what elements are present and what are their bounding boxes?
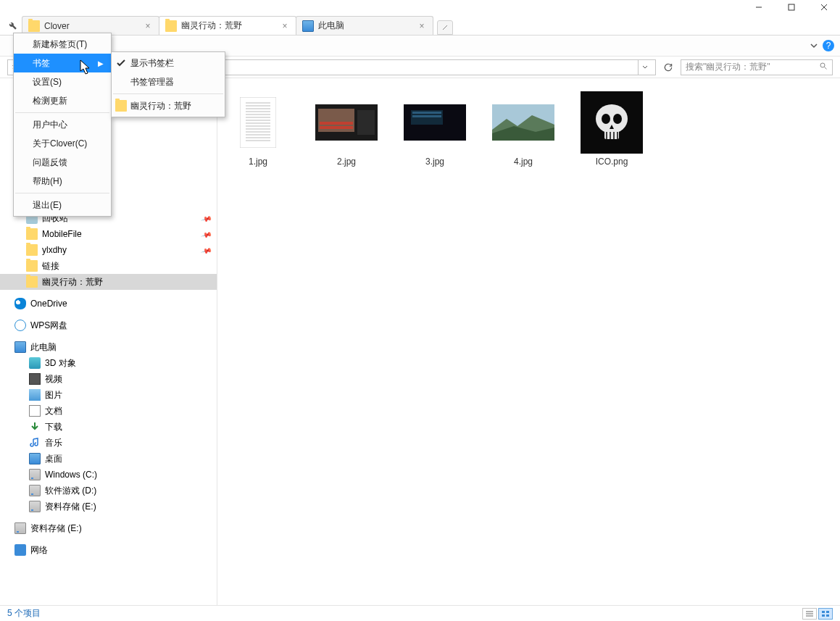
folder-icon — [28, 20, 40, 32]
tree-item-label: 软件游戏 (D:) — [45, 485, 96, 497]
video-icon — [29, 373, 41, 385]
menu-item-label: 新建标签页(T) — [33, 38, 87, 51]
tab-close-button[interactable]: × — [280, 21, 290, 31]
maximize-button[interactable] — [775, 0, 807, 14]
menu-item[interactable]: 问题反馈 — [14, 153, 111, 172]
menu-item[interactable]: 用户中心 — [14, 115, 111, 134]
menu-item-label: 显示书签栏 — [130, 57, 174, 70]
tab-label: Clover — [44, 21, 143, 31]
tree-item-label: 链接 — [42, 260, 59, 272]
new-tab-button[interactable] — [437, 20, 453, 35]
tab-ghost-recon[interactable]: 幽灵行动：荒野 × — [159, 16, 296, 35]
svg-rect-47 — [826, 611, 829, 613]
tree-item-label: MobileFile — [42, 229, 82, 239]
chevron-right-icon: ▶ — [98, 59, 104, 67]
file-item[interactable]: 4.jpg — [490, 91, 557, 167]
svg-rect-24 — [320, 126, 353, 129]
menu-item[interactable]: 检测更新 — [14, 91, 111, 110]
tree-item-label: 网络 — [30, 544, 48, 557]
svg-point-37 — [613, 114, 622, 124]
tree-item[interactable]: WPS网盘 — [0, 317, 217, 333]
tab-close-button[interactable]: × — [143, 21, 153, 31]
file-thumbnail — [315, 91, 378, 154]
file-item[interactable]: ICO.png — [578, 91, 645, 167]
tree-item[interactable]: Windows (C:) — [0, 467, 217, 483]
tree-item-label: 音乐 — [45, 437, 62, 449]
file-name: 2.jpg — [337, 157, 356, 167]
tree-item[interactable]: 链接 — [0, 258, 217, 274]
menu-item[interactable]: 关于Clover(C) — [14, 134, 111, 153]
tree-item[interactable]: 幽灵行动：荒野 — [0, 274, 217, 290]
folder-icon — [26, 260, 38, 272]
tree-item-label: WPS网盘 — [30, 320, 67, 332]
file-name: ICO.png — [596, 157, 628, 167]
tree-item[interactable]: 桌面 — [0, 451, 217, 467]
tab-this-pc[interactable]: 此电脑 × — [296, 16, 433, 35]
tree-item[interactable]: 资料存储 (E:) — [0, 499, 217, 514]
menu-item[interactable]: 退出(E) — [14, 196, 111, 214]
menu-item[interactable]: 幽灵行动：荒野 — [112, 96, 225, 115]
monitor-icon — [302, 20, 314, 32]
pin-icon: 📌 — [201, 244, 212, 256]
file-item[interactable]: 1.jpg — [225, 91, 291, 167]
file-list[interactable]: 1.jpg2.jpg3.jpg4.jpgICO.png — [217, 78, 840, 605]
menu-item-label: 帮助(H) — [33, 175, 62, 188]
desktop-icon — [29, 453, 41, 464]
menu-item[interactable]: 显示书签栏 — [112, 54, 225, 72]
menu-item[interactable]: 帮助(H) — [14, 172, 111, 191]
tree-item[interactable]: 网络 — [0, 542, 217, 558]
help-button[interactable]: ? — [823, 40, 834, 51]
3d-icon — [29, 357, 41, 369]
minimize-button[interactable] — [742, 0, 775, 14]
tree-item[interactable]: ylxdhy📌 — [0, 242, 217, 258]
file-thumbnail — [227, 91, 289, 154]
tab-close-button[interactable]: × — [417, 21, 427, 31]
tree-item[interactable]: 视频 — [0, 371, 217, 387]
tree-item-label: 视频 — [45, 373, 62, 385]
file-item[interactable]: 3.jpg — [402, 91, 468, 167]
tree-item[interactable]: 文档 — [0, 403, 217, 419]
wrench-icon — [7, 20, 17, 30]
refresh-button[interactable] — [660, 59, 676, 75]
file-item[interactable]: 2.jpg — [313, 91, 380, 167]
tree-item[interactable]: MobileFile📌 — [0, 226, 217, 242]
tree-item[interactable]: 3D 对象 — [0, 355, 217, 371]
folder-icon — [165, 20, 177, 32]
search-placeholder: 搜索"幽灵行动：荒野" — [686, 61, 770, 73]
tree-item[interactable]: 下载 — [0, 419, 217, 435]
folder-icon — [26, 276, 38, 288]
menu-item[interactable]: 书签管理器 — [112, 72, 225, 91]
chevron-down-icon[interactable] — [810, 41, 818, 50]
main-area: 回收站📌MobileFile📌ylxdhy📌链接幽灵行动：荒野OneDriveW… — [0, 78, 840, 605]
drive-icon — [29, 485, 41, 496]
docs-icon — [29, 405, 41, 417]
search-box[interactable]: 搜索"幽灵行动：荒野" — [681, 59, 833, 75]
menu-item[interactable]: 设置(S) — [14, 72, 111, 91]
tree-item[interactable]: 音乐 — [0, 435, 217, 451]
menu-item-label: 检测更新 — [33, 95, 67, 107]
menu-item-label: 用户中心 — [33, 119, 67, 131]
tree-item[interactable]: 图片 — [0, 387, 217, 403]
wrench-menu-button[interactable] — [4, 17, 20, 33]
thumbnails-view-button[interactable] — [818, 608, 833, 620]
music-icon — [29, 437, 41, 449]
menu-item[interactable]: 新建标签页(T) — [14, 35, 111, 54]
tree-item[interactable]: 此电脑 — [0, 339, 217, 355]
details-view-button[interactable] — [802, 608, 817, 620]
tree-item[interactable]: 资料存储 (E:) — [0, 520, 217, 536]
menu-item[interactable]: 书签▶ — [14, 54, 111, 72]
wrench-menu: 新建标签页(T)书签▶设置(S)检测更新用户中心关于Clover(C)问题反馈帮… — [13, 33, 112, 217]
menu-item-label: 退出(E) — [33, 199, 62, 212]
tree-item[interactable]: 软件游戏 (D:) — [0, 483, 217, 499]
close-button[interactable] — [807, 0, 840, 14]
svg-rect-23 — [320, 122, 353, 125]
tree-item-label: 下载 — [45, 421, 62, 433]
tree-item-label: 文档 — [45, 405, 62, 417]
tree-item[interactable]: OneDrive — [0, 296, 217, 312]
download-icon — [29, 421, 41, 433]
svg-line-5 — [825, 67, 827, 70]
file-thumbnail — [492, 91, 554, 154]
tree-item-label: 资料存储 (E:) — [45, 501, 96, 513]
address-dropdown-button[interactable] — [638, 60, 651, 75]
status-text: 5 个项目 — [7, 607, 41, 620]
